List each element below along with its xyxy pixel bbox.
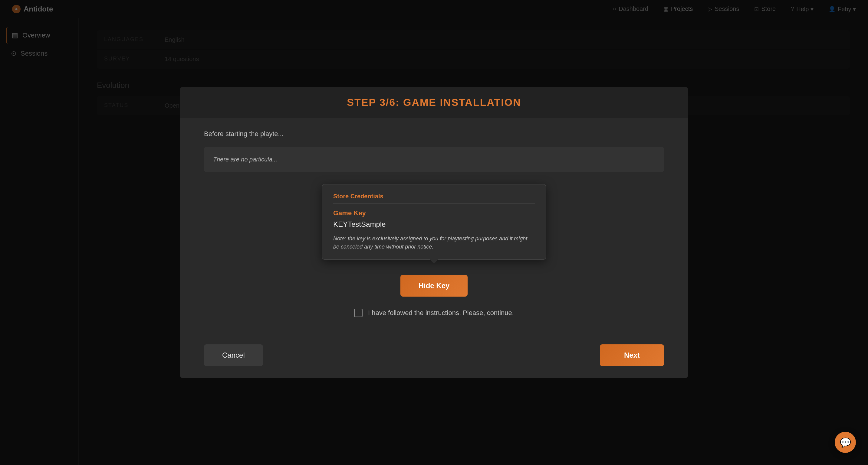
modal-body: Before starting the playte... There are …: [180, 118, 688, 341]
modal-notice: There are no particula...: [204, 147, 664, 172]
chat-icon: 💬: [840, 437, 851, 448]
checkbox-row: I have followed the instructions. Please…: [204, 309, 664, 317]
modal-intro: Before starting the playte...: [204, 130, 664, 138]
instructions-checkbox[interactable]: [354, 309, 363, 317]
modal-footer: Cancel Next: [180, 341, 688, 375]
checkbox-label: I have followed the instructions. Please…: [368, 309, 514, 317]
cancel-button[interactable]: Cancel: [204, 344, 263, 366]
popover-game-key-label: Game Key: [333, 209, 535, 217]
modal: STEP 3/6: GAME INSTALLATION Before start…: [180, 87, 688, 378]
popover-game-key-value: KEYTestSample: [333, 220, 535, 229]
popover-section-title: Store Credentials: [333, 193, 535, 204]
hide-key-button[interactable]: Hide Key: [400, 275, 468, 297]
modal-header: STEP 3/6: GAME INSTALLATION: [180, 87, 688, 118]
chat-bubble-button[interactable]: 💬: [835, 432, 856, 453]
next-button[interactable]: Next: [600, 344, 664, 366]
popover-note: Note: the key is exclusively assigned to…: [333, 235, 535, 251]
popover-container: Store Credentials Game Key KEYTestSample…: [204, 184, 664, 260]
popover: Store Credentials Game Key KEYTestSample…: [322, 184, 546, 260]
modal-title: STEP 3/6: GAME INSTALLATION: [192, 96, 676, 108]
